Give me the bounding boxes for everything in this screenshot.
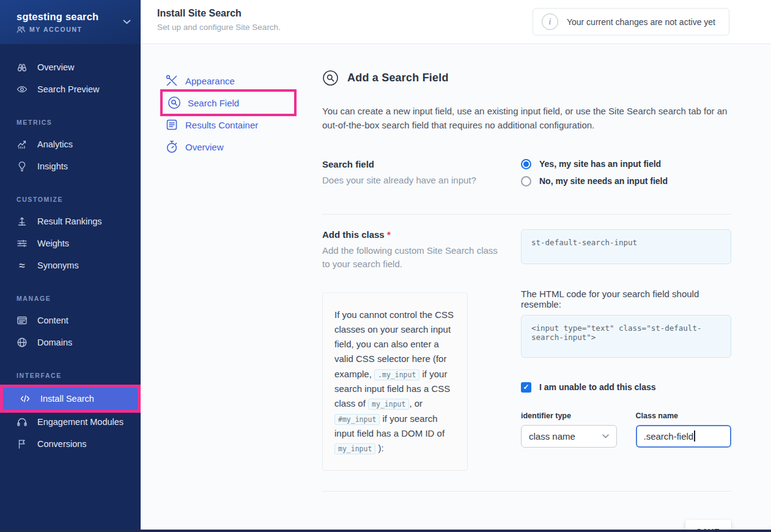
sidebar-item-engagement-modules[interactable]: Engagement Modules (0, 411, 141, 433)
sidebar-item-label: Result Rankings (37, 216, 102, 226)
globe-icon (17, 337, 28, 348)
field-label: Search field (322, 159, 503, 169)
field-sublabel: Add the following custom Site Search cla… (322, 244, 503, 272)
class-name-input[interactable]: .search-field (636, 425, 732, 448)
intro-text: You can create a new input field, use an… (322, 104, 731, 133)
section-title: Add a Search Field (347, 72, 449, 84)
code-icon (20, 393, 31, 404)
analytics-chart-icon (17, 139, 28, 150)
text-caret (694, 430, 695, 441)
html-hint-label: The HTML code for your search field shou… (521, 289, 731, 309)
settings-nav-label: Search Field (188, 98, 239, 108)
page-header: Install Site Search Set up and configure… (141, 0, 771, 44)
sidebar-item-label: Engagement Modules (37, 417, 124, 427)
section-heading: Add a Search Field (322, 70, 731, 86)
notice-text: Your current changes are not active yet (567, 17, 715, 27)
page-title: Install Site Search (157, 8, 281, 19)
window-bottom-edge (0, 530, 771, 532)
identifier-type-label: identifier type (521, 412, 617, 420)
sidebar-item-synonyms[interactable]: ≈ Synonyms (0, 254, 141, 276)
people-icon (17, 26, 25, 34)
sidebar-item-label: Search Preview (37, 84, 100, 94)
ranking-arrow-icon (17, 216, 28, 227)
sidebar-item-label: Insights (37, 161, 68, 171)
account-label: MY ACCOUNT (29, 26, 83, 33)
field-label: Add this class * (322, 229, 503, 240)
sidebar-section-customize: CUSTOMIZE (17, 196, 141, 203)
sidebar-item-label: Domains (37, 338, 72, 347)
sidebar-item-label: Overview (37, 62, 74, 72)
settings-nav-label: Results Container (185, 120, 258, 130)
sidebar: sgtesting search MY ACCOUNT (0, 0, 141, 532)
chevron-down-icon (602, 434, 609, 438)
headphones-icon (17, 416, 28, 427)
unable-to-add-class-checkbox-row[interactable]: ✓ I am unable to add this class (521, 382, 731, 393)
sidebar-item-label: Synonyms (37, 260, 79, 270)
settings-nav-label: Overview (185, 142, 224, 152)
page-subtitle: Set up and configure Site Search. (157, 23, 281, 32)
engine-name: sgtesting search (17, 11, 123, 23)
identifier-fields-row: identifier type class name Class name .s… (521, 412, 731, 448)
magnifier-circle-icon (322, 70, 339, 86)
tools-icon (165, 74, 179, 87)
account-switcher[interactable]: sgtesting search MY ACCOUNT (0, 0, 141, 44)
code-chip: #my_input (334, 414, 380, 425)
radio-selected-icon[interactable] (521, 159, 531, 169)
search-field-highlight-box: Search Field (160, 89, 297, 116)
class-value-box[interactable]: st-default-search-input (521, 229, 731, 264)
sidebar-nav: Overview Search Preview METRICS Analytic… (0, 44, 141, 455)
radio-option-has-input[interactable]: Yes, my site has an input field (521, 159, 731, 169)
class-name-label: Class name (636, 412, 732, 420)
chevron-down-icon (123, 20, 131, 24)
settings-nav-appearance[interactable]: Appearance (165, 70, 297, 92)
install-search-highlight-box: Install Search (0, 385, 141, 413)
radio-option-needs-input[interactable]: No, my site needs an input field (521, 176, 731, 187)
sidebar-item-overview[interactable]: Overview (0, 56, 141, 78)
sidebar-item-search-preview[interactable]: Search Preview (0, 78, 141, 100)
identifier-type-select[interactable]: class name (521, 425, 617, 448)
settings-nav-overview[interactable]: Overview (165, 136, 297, 158)
sidebar-item-label: Analytics (37, 139, 73, 149)
sidebar-item-analytics[interactable]: Analytics (0, 133, 141, 155)
main-panel: Add a Search Field You can create a new … (322, 44, 731, 532)
settings-nav-search-field[interactable]: Search Field (168, 92, 294, 114)
required-asterisk: * (387, 229, 391, 240)
sidebar-item-domains[interactable]: Domains (0, 331, 141, 353)
sidebar-item-insights[interactable]: Insights (0, 155, 141, 177)
sidebar-item-label: Content (37, 316, 68, 325)
code-chip: .my_input (374, 369, 419, 380)
select-value: class name (529, 431, 575, 441)
synonyms-icon: ≈ (17, 260, 28, 271)
results-doc-icon (165, 118, 179, 131)
sidebar-item-content[interactable]: Content (0, 309, 141, 331)
divider (322, 491, 731, 492)
search-field-question-row: Search field Does your site already have… (322, 159, 731, 193)
input-value: .search-field (644, 431, 694, 441)
css-selector-info-note: If you cannot control the CSS classes on… (322, 292, 468, 471)
sidebar-section-manage: MANAGE (17, 295, 141, 302)
lightbulb-icon (17, 161, 28, 172)
flag-icon (17, 438, 28, 449)
code-chip: my_input (334, 443, 375, 454)
code-chip: my_input (368, 399, 409, 410)
changes-notice-banner: i Your current changes are not active ye… (533, 8, 729, 35)
sidebar-item-install-search[interactable]: Install Search (3, 388, 138, 410)
radio-label: No, my site needs an input field (539, 176, 668, 186)
radio-unselected-icon[interactable] (521, 176, 531, 187)
eye-icon (17, 84, 28, 95)
content-area: Appearance Search Field Results Containe… (141, 44, 771, 530)
sliders-icon (17, 238, 28, 249)
checkbox-checked-icon[interactable]: ✓ (521, 382, 531, 393)
settings-nav-label: Appearance (185, 76, 235, 86)
stopwatch-icon (165, 140, 179, 153)
magnifier-circle-icon (168, 96, 181, 109)
sidebar-item-weights[interactable]: Weights (0, 232, 141, 254)
divider (322, 214, 731, 215)
settings-nav-results-container[interactable]: Results Container (165, 114, 297, 136)
info-icon: i (542, 13, 558, 30)
html-code-box[interactable]: <input type="text" class="st-default-sea… (521, 315, 731, 358)
sidebar-section-interface: INTERFACE (17, 372, 141, 379)
sidebar-item-conversions[interactable]: Conversions (0, 433, 141, 455)
sidebar-item-result-rankings[interactable]: Result Rankings (0, 210, 141, 232)
binoculars-icon (17, 62, 28, 73)
